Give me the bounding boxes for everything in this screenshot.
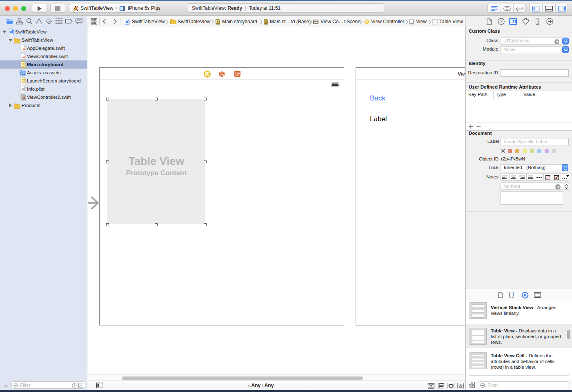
svg-text:?: ?	[500, 19, 503, 24]
svg-text:1: 1	[223, 74, 224, 76]
